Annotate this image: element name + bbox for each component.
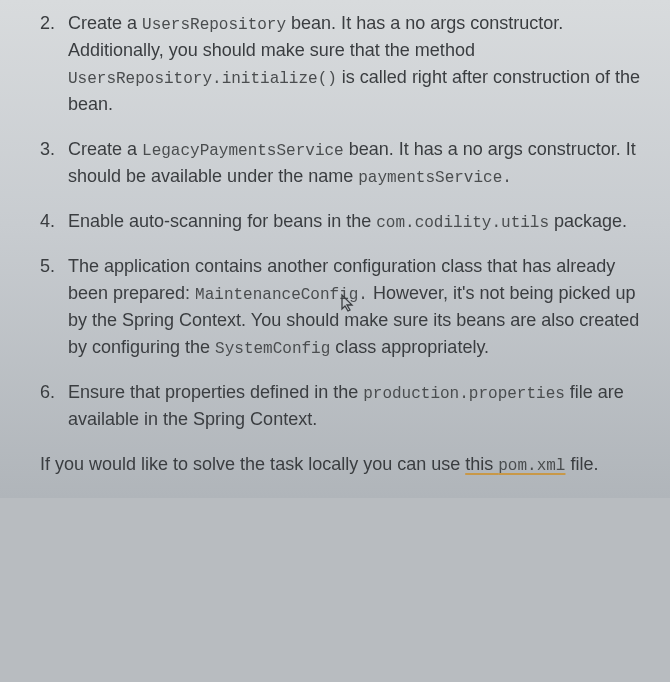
text: package.	[549, 211, 627, 231]
text: If you would like to solve the task loca…	[40, 454, 465, 474]
list-item: 5. The application contains another conf…	[40, 253, 655, 361]
pom-link[interactable]: this pom.xml	[465, 454, 565, 474]
text: Ensure that properties defined in the	[68, 382, 363, 402]
list-item: 6. Ensure that properties defined in the…	[40, 379, 655, 433]
item-number: 2.	[40, 10, 55, 37]
code-inline: production.properties	[363, 385, 565, 403]
list-item: 2. Create a UsersRepository bean. It has…	[40, 10, 655, 118]
link-text: this	[465, 454, 498, 474]
code-inline: pom.xml	[498, 457, 565, 475]
footer-note: If you would like to solve the task loca…	[40, 451, 655, 478]
list-item: 3. Create a LegacyPaymentsService bean. …	[40, 136, 655, 190]
text: Create a	[68, 139, 142, 159]
code-inline: com.codility.utils	[376, 214, 549, 232]
instruction-list: 2. Create a UsersRepository bean. It has…	[40, 10, 655, 433]
code-inline: SystemConfig	[215, 340, 330, 358]
list-item: 4. Enable auto-scanning for beans in the…	[40, 208, 655, 235]
item-number: 3.	[40, 136, 55, 163]
code-inline: MaintenanceConfig.	[195, 286, 368, 304]
code-inline: paymentsService.	[358, 169, 512, 187]
text: Enable auto-scanning for beans in the	[68, 211, 376, 231]
item-number: 5.	[40, 253, 55, 280]
text: class appropriately.	[330, 337, 489, 357]
text: file.	[565, 454, 598, 474]
code-inline: UsersRepository.initialize()	[68, 70, 337, 88]
code-inline: UsersRepository	[142, 16, 286, 34]
code-inline: LegacyPaymentsService	[142, 142, 344, 160]
text: Create a	[68, 13, 142, 33]
item-number: 4.	[40, 208, 55, 235]
item-number: 6.	[40, 379, 55, 406]
document-page: 2. Create a UsersRepository bean. It has…	[0, 0, 670, 498]
